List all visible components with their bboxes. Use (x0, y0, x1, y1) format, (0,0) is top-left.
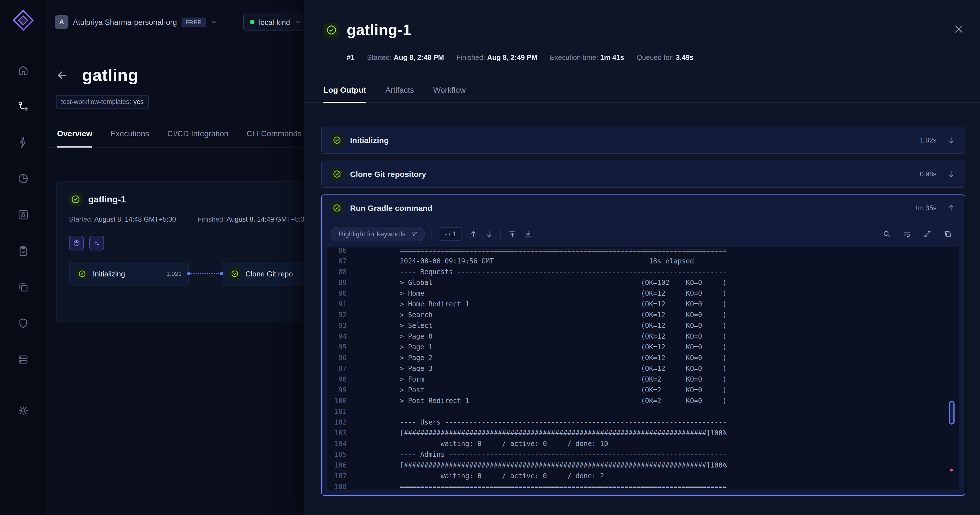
success-check-icon (323, 22, 339, 38)
log-line-number: 88 (328, 267, 347, 278)
sidebar-item-executions[interactable] (12, 241, 35, 264)
step-clone-git-repository: Clone Git repository 0.98s (321, 161, 965, 188)
log-line: 99 > Post (OK=2 KO=0 ) (328, 385, 959, 396)
log-line: 102 ---- Users -------------------------… (328, 417, 959, 428)
sidebar-item-security[interactable] (12, 313, 35, 336)
log-line: 96 > Page 2 (OK=12 KO=0 ) (328, 353, 959, 364)
close-button[interactable] (953, 24, 964, 36)
tab-cli-commands[interactable]: CLI Commands (247, 129, 302, 148)
log-line-number: 103 (328, 428, 347, 439)
log-line: 108 ====================================… (328, 482, 959, 490)
log-line-text: > Search (OK=12 KO=0 ) (400, 310, 727, 321)
log-line: 103 [###################################… (328, 428, 959, 439)
container-badge[interactable] (69, 236, 84, 250)
scroll-to-bottom-button[interactable] (523, 229, 532, 238)
previous-match-button[interactable] (469, 229, 477, 238)
back-button[interactable] (56, 69, 68, 81)
page-head: gatling (56, 65, 138, 85)
sidebar-item-agents[interactable] (12, 350, 35, 372)
log-line: 90 > Home (OK=12 KO=0 ) (328, 288, 959, 299)
log-line-number: 105 (328, 450, 347, 460)
execution-number: #1 (347, 54, 355, 62)
log-line: 97 > Page 3 (OK=12 KO=0 ) (328, 364, 959, 374)
page-title: gatling (82, 65, 138, 85)
expand-step-button[interactable] (947, 136, 956, 145)
workflow-node-initializing[interactable]: Initializing 1.02s (69, 262, 189, 286)
log-line-number: 96 (328, 353, 347, 364)
sidebar-item-workflows[interactable] (12, 96, 35, 119)
tab-workflow[interactable]: Workflow (433, 85, 466, 103)
log-line: 89 > Global (OK=102 KO=0 ) (328, 278, 959, 288)
log-line-number: 89 (328, 278, 347, 288)
close-icon (953, 24, 964, 35)
sidebar-item-home[interactable] (12, 60, 35, 83)
execution-name: gatling-1 (88, 194, 126, 205)
step-header[interactable]: Run Gradle command 1m 35s (322, 195, 965, 221)
log-line-text: ========================================… (400, 482, 727, 490)
sidebar-item-tests[interactable] (12, 205, 35, 227)
tab-cicd-integration[interactable]: CI/CD Integration (167, 129, 229, 148)
log-scroll-area[interactable]: 86 =====================================… (328, 247, 959, 490)
toolbar-divider (500, 229, 501, 238)
step-initializing: Initializing 1.02s (321, 127, 965, 154)
sidebar-item-settings[interactable] (12, 400, 35, 423)
step-run-gradle-command: Run Gradle command 1m 35s Highlight for … (321, 194, 965, 496)
copy-log-button[interactable] (943, 229, 952, 238)
log-scrollbar-thumb[interactable] (949, 401, 955, 424)
error-marker-dot (950, 469, 953, 472)
sidebar-item-templates[interactable] (12, 277, 35, 300)
drawer-header: gatling-1 (304, 0, 980, 39)
log-line: 104 waiting: 0 / active: 0 / done: 10 (328, 439, 959, 450)
fullscreen-button[interactable] (923, 229, 932, 238)
app-root: A Atulpriya Sharma-personal-org FREE loc… (0, 0, 980, 515)
success-check-icon (76, 268, 88, 279)
log-line: 93 > Select (OK=12 KO=0 ) (328, 321, 959, 331)
match-counter: - / 1 (439, 227, 462, 241)
expand-step-button[interactable] (947, 170, 956, 179)
log-line-text: > Global (OK=102 KO=0 ) (400, 278, 727, 288)
tab-overview[interactable]: Overview (57, 129, 92, 148)
log-line: 107 waiting: 0 / active: 0 / done: 2 (328, 471, 959, 482)
step-header[interactable]: Clone Git repository 0.98s (322, 161, 965, 187)
sidebar-item-insights[interactable] (12, 168, 35, 191)
env-status-dot (250, 20, 255, 24)
search-button[interactable] (882, 229, 891, 238)
success-check-icon (331, 134, 343, 146)
app-logo-icon[interactable] (12, 9, 35, 32)
tag-value: yes (134, 99, 144, 105)
log-line-number: 97 (328, 364, 347, 374)
collapse-step-button[interactable] (947, 203, 956, 213)
tab-executions[interactable]: Executions (111, 129, 149, 148)
wrap-lines-button[interactable] (902, 229, 912, 238)
log-line-text: > Page 0 (OK=12 KO=0 ) (400, 331, 727, 342)
home-icon (17, 64, 29, 79)
git-sync-badge[interactable] (89, 236, 104, 250)
tab-artifacts[interactable]: Artifacts (385, 85, 414, 103)
tab-log-output[interactable]: Log Output (323, 85, 366, 103)
chevron-down-icon (210, 19, 217, 25)
sidebar-item-triggers[interactable] (12, 132, 35, 155)
log-line: 95 > Page 1 (OK=12 KO=0 ) (328, 342, 959, 353)
search-icon (882, 229, 891, 238)
success-check-icon (331, 168, 343, 180)
log-line: 92 > Search (OK=12 KO=0 ) (328, 310, 959, 321)
log-line-text: > Page 1 (OK=12 KO=0 ) (400, 342, 727, 353)
arrow-left-icon (56, 69, 68, 81)
highlight-keywords-input[interactable]: Highlight for keywords (331, 227, 425, 242)
environment-selector[interactable]: local-kind (243, 14, 308, 30)
log-line: 98 > Form (OK=2 KO=0 ) (328, 374, 959, 385)
log-line-number: 86 (328, 247, 347, 256)
log-line-text: > Select (OK=12 KO=0 ) (400, 321, 727, 331)
expand-icon (923, 229, 932, 238)
log-output: 86 =====================================… (328, 247, 959, 490)
clipboard-check-icon (17, 245, 29, 259)
cube-icon (72, 239, 81, 247)
log-actions (882, 229, 956, 238)
scroll-to-top-button[interactable] (508, 229, 517, 238)
step-header[interactable]: Initializing 1.02s (322, 127, 965, 153)
log-line: 105 ---- Admins ------------------------… (328, 450, 959, 460)
next-match-button[interactable] (484, 229, 493, 238)
log-line: 100 > Post Redirect 1 (OK=2 KO=0 ) (328, 396, 959, 407)
org-selector[interactable]: A Atulpriya Sharma-personal-org FREE (55, 15, 217, 29)
log-line-text: > Post (OK=2 KO=0 ) (400, 385, 727, 396)
